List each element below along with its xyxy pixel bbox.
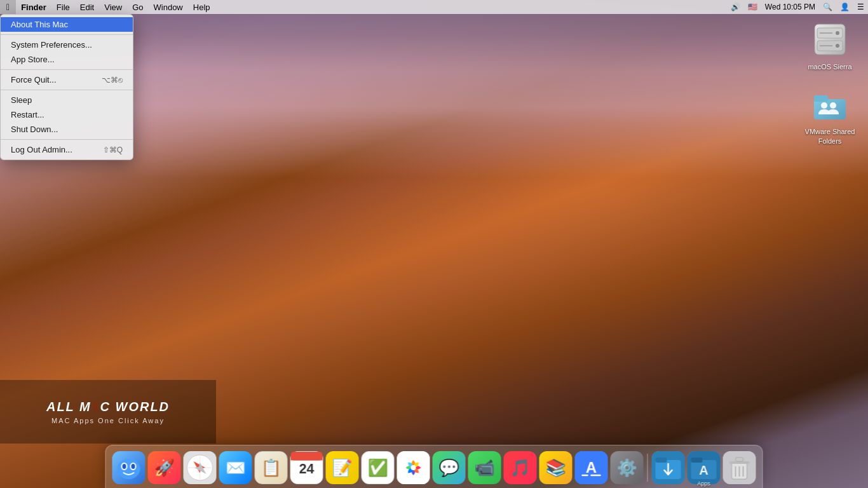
dock-syspref[interactable]: ⚙️ [611,451,644,485]
apps-label: Apps [697,480,710,487]
facetime-icon-img: 📹 [468,451,501,484]
force-quit-item[interactable]: Force Quit... ⌥⌘⎋ [1,72,133,87]
system-preferences-item[interactable]: System Preferences... [1,37,133,52]
list-icon: ☰ [857,3,864,11]
ibooks-icon-img: 📚 [539,451,573,484]
downloads-icon-img [652,451,685,484]
dock-mail[interactable]: ✉️ [219,451,252,485]
dock-finder[interactable] [112,451,146,485]
svg-point-3 [836,31,839,35]
dock-calendar[interactable]: 24 [290,451,323,485]
menubar-finder[interactable]: Finder [16,0,51,14]
svg-rect-41 [691,458,703,463]
vmware-shared-icon[interactable]: VMware Shared Folders [804,84,855,146]
about-this-mac-item[interactable]: About This Mac [1,17,133,32]
macos-sierra-icon[interactable]: macOS Sierra [804,19,855,71]
dock-reminders[interactable]: ✅ [362,451,395,485]
svg-point-30 [411,465,416,470]
sleep-item[interactable]: Sleep [1,93,133,107]
dock-notes[interactable]: 📝 [326,451,359,485]
safari-icon-img [184,451,217,484]
dock-messages[interactable]: 💬 [433,451,466,485]
dock-contacts[interactable]: 📋 [255,451,288,485]
svg-point-4 [836,44,839,48]
dock-ibooks[interactable]: 📚 [539,451,573,485]
messages-icon-img: 💬 [433,451,466,484]
shutdown-item[interactable]: Shut Down... [1,122,133,137]
dock-launchpad[interactable]: 🚀 [148,451,181,485]
menubar:  Finder File Edit View Go Window Help [0,0,868,14]
keyboard-layout[interactable]: 🇺🇸 [744,0,761,14]
keyboard-icon: 🇺🇸 [748,3,757,11]
macos-sierra-label: macOS Sierra [808,62,851,71]
svg-rect-37 [656,458,667,463]
svg-rect-7 [814,99,846,119]
reminders-icon-img: ✅ [362,451,395,484]
watermark-text-1: ALL M [46,400,92,414]
dock-apps[interactable]: A Apps [688,451,721,485]
menu-divider-1 [1,34,133,35]
menubar-go[interactable]: Go [127,0,148,14]
menubar-view[interactable]: View [99,0,127,14]
svg-point-16 [123,464,126,469]
menubar-right: 🔊 🇺🇸 Wed 10:05 PM 🔍 👤 ☰ [727,0,868,14]
photos-icon-img [397,451,430,484]
datetime-display[interactable]: Wed 10:05 PM [761,0,819,14]
menubar-file[interactable]: File [51,0,75,14]
apps-icon-img: A [688,451,721,484]
dock-safari[interactable] [184,451,217,485]
user-icon[interactable]: 👤 [836,0,853,14]
search-icon: 🔍 [823,3,832,11]
svg-rect-45 [729,461,750,464]
launchpad-icon-img: 🚀 [148,451,181,484]
itunes-icon-img: 🎵 [504,451,537,484]
menu-divider-3 [1,90,133,90]
logout-item[interactable]: Log Out Admin... ⇧⌘Q [1,142,133,157]
spotlight-button[interactable]: 🔍 [819,0,836,14]
dock: 🚀 ✉️ [105,445,763,488]
desktop-icons: macOS Sierra [804,19,855,146]
dock-appstore[interactable]: A [575,451,608,485]
dock-facetime[interactable]: 📹 [468,451,501,485]
svg-text:A: A [586,459,597,476]
vmware-icon-image [810,84,850,125]
app-store-item[interactable]: App Store... [1,52,133,67]
trash-icon-img [723,451,756,484]
dock-photos[interactable] [397,451,430,485]
hdd-icon-image [810,19,850,60]
svg-rect-27 [291,458,323,461]
svg-text:A: A [699,463,708,477]
mail-icon-img: ✉️ [219,451,252,484]
menubar-left:  Finder File Edit View Go Window Help [0,0,215,14]
svg-point-9 [821,102,827,109]
calendar-icon-img: 24 [290,451,323,484]
vmware-svg [812,86,848,122]
menubar-help[interactable]: Help [188,0,215,14]
contacts-icon-img: 📋 [255,451,288,484]
syspref-icon-img: ⚙️ [611,451,644,484]
apple-menu-button[interactable]:  [0,0,16,14]
notes-icon-img: 📝 [326,451,359,484]
desktop:  Finder File Edit View Go Window Help [0,0,868,488]
logout-shortcut: ⇧⌘Q [103,146,123,154]
svg-point-17 [132,464,135,469]
apple-icon:  [6,2,10,12]
watermark-line1: ALL M  C WORLD [46,400,170,414]
svg-point-13 [118,459,140,479]
dock-downloads[interactable] [652,451,685,485]
watermark-apple-icon:  [94,401,98,412]
menubar-edit[interactable]: Edit [75,0,99,14]
dock-trash[interactable] [723,451,756,485]
volume-control[interactable]: 🔊 [727,0,744,14]
restart-item[interactable]: Restart... [1,107,133,122]
apple-dropdown-menu: About This Mac System Preferences... App… [0,14,133,160]
svg-rect-8 [814,95,828,102]
menubar-window[interactable]: Window [149,0,188,14]
svg-rect-46 [736,458,743,461]
dock-separator [648,454,648,482]
menu-divider-2 [1,69,133,70]
notification-center[interactable]: ☰ [853,0,868,14]
dock-itunes[interactable]: 🎵 [504,451,537,485]
vmware-shared-label: VMware Shared Folders [805,127,855,146]
person-icon: 👤 [840,3,850,11]
